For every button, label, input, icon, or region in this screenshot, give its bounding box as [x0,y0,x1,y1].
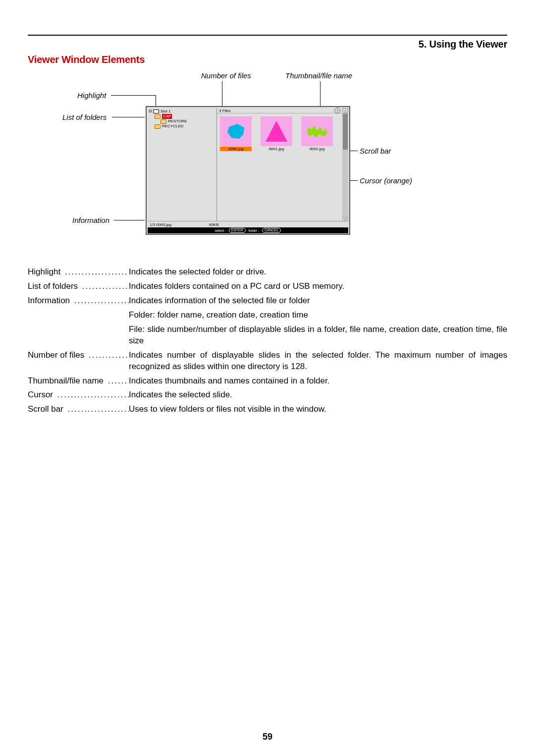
def-desc: Indicates information of the selected fi… [129,295,507,307]
viewer-window: ⊟ Slot 1 CAP RESTORE RECYCLED [146,106,350,235]
thumb-shape-icon [307,124,327,139]
def-desc: Indicates the selected slide. [129,389,507,401]
thumbnail-0000: 0000.jpg [220,116,252,151]
help-icon: ? [334,108,340,113]
callout-cursor: Cursor (orange) [360,176,412,185]
thumb-shape-icon [266,121,287,142]
callout-thumbnail-file-name: Thumbnail/file name [285,71,352,80]
def-highlight: Highlight Indicates the selected folder … [28,267,507,278]
thumb-header: 3 Files ? [217,108,342,113]
info-filename: 1/3 0000.jpg [150,222,209,227]
def-cursor: Cursor Indicates the selected slide. [28,389,507,401]
tree-row-cap: CAP [149,114,215,119]
slot-label: Slot 1 [160,109,170,114]
thumb-label-0002: 0002.jpg [301,147,333,151]
leader-line [114,220,145,220]
scroll-up-icon[interactable]: △ [342,108,348,114]
callout-highlight: Highlight [77,91,106,100]
cancel-key-pill: CANCEL [262,228,281,233]
hint-select-label: select : [215,229,226,232]
header-rule [28,35,507,36]
enter-key-pill: ENTER [229,228,246,233]
def-term: Scroll bar [28,404,64,414]
tree-row-slot: ⊟ Slot 1 [149,109,215,114]
def-desc: Indicates thumbnails and names contained… [129,376,507,387]
tree-row-restore: RESTORE [149,119,215,124]
def-number-of-files: Number of files Indicates number of disp… [28,350,507,373]
def-scroll-bar: Scroll bar Uses to view folders or files… [28,404,507,415]
def-term: Highlight [28,267,61,276]
folder-restore-label: RESTORE [168,119,187,124]
folder-icon [160,119,166,124]
callout-scroll-bar: Scroll bar [360,147,391,155]
def-list-of-folders: List of folders Indicates folders contai… [28,281,507,292]
thumb-label-0001: 0001.jpg [261,147,292,151]
folder-recycled-label: RECYCLED [162,124,184,129]
thumb-label-0000: 0000.jpg [220,147,252,151]
info-filesize: 60KB [209,222,219,227]
def-desc: Indicates number of displayable slides i… [129,350,507,373]
def-term: Thumbnail/file name [28,376,105,385]
section-title: Viewer Window Elements [28,54,507,65]
hint-folder-label: folder : [249,229,259,232]
definitions-list: Highlight Indicates the selected folder … [28,267,507,415]
def-information-cont1: Folder: folder name, creation date, crea… [129,310,507,321]
tree-row-recycled: RECYCLED [149,124,215,129]
files-count: 3 Files [219,108,231,113]
leader-line [111,95,156,96]
def-desc: Indicates the selected folder or drive. [129,267,507,278]
manual-page: 5. Using the Viewer Viewer Window Elemen… [0,0,535,756]
def-term: Cursor [28,390,54,399]
def-desc: Indicates folders contained on a PC card… [129,281,507,292]
folder-tree: ⊟ Slot 1 CAP RESTORE RECYCLED [148,108,217,223]
callout-list-of-folders: List of folders [62,113,107,121]
callout-number-of-files: Number of files [201,71,251,80]
def-desc: Uses to view folders or files not visibl… [129,404,507,415]
def-thumbnail-file-name: Thumbnail/file name Indicates thumbnails… [28,376,507,387]
folder-icon [155,114,160,119]
folder-icon [155,124,160,129]
leader-line [112,117,145,117]
info-bar: 1/3 0000.jpg 60KB select : ENTER folder … [148,221,348,233]
chapter-title: 5. Using the Viewer [28,39,507,50]
def-information-cont2: File: slide number/number of displayable… [129,324,507,347]
card-icon [153,109,159,113]
thumbnail-panel: 3 Files ? 0000.jpg 0001.jpg [217,108,342,223]
folder-cap-label: CAP [162,114,172,119]
def-term: List of folders [28,281,79,291]
def-term: Information [28,296,71,305]
def-term: Number of files [28,350,85,360]
scroll-bar[interactable]: △ ▽ [342,108,348,223]
viewer-diagram: Number of files Thumbnail/file name High… [28,68,507,237]
scroll-thumb[interactable] [343,114,348,150]
thumbnail-0002: 0002.jpg [301,116,333,151]
thumbnail-0001: 0001.jpg [261,116,292,151]
thumb-shape-icon [227,124,244,139]
page-number: 59 [0,732,535,742]
callout-information: Information [72,216,109,224]
leader-line [320,81,321,109]
def-information: Information Indicates information of the… [28,295,507,307]
leader-line [222,81,222,109]
